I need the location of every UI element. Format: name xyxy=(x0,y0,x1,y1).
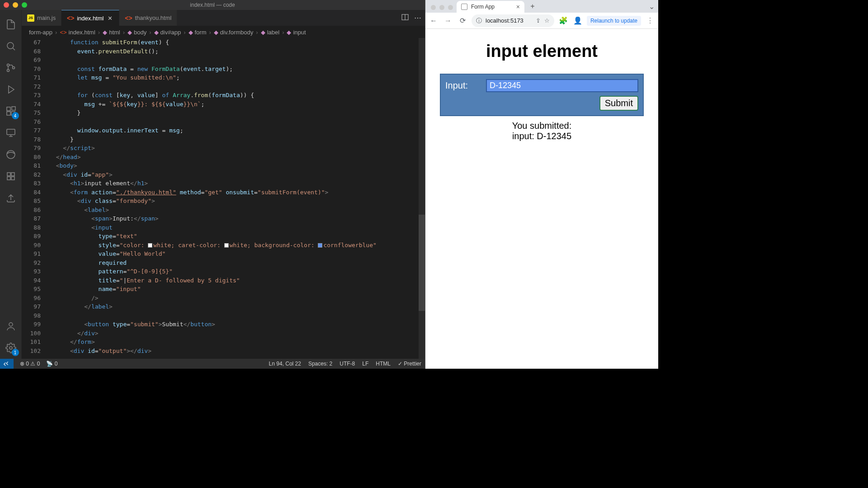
status-spaces[interactable]: Spaces: 2 xyxy=(308,361,332,367)
crumb[interactable]: ◆ div.formbody xyxy=(214,29,253,36)
forward-button[interactable]: → xyxy=(443,15,453,26)
editor-tabs: JS main.js <> index.html ✕ <> thankyou.h… xyxy=(22,10,425,26)
svg-rect-11 xyxy=(11,173,14,176)
favicon-icon xyxy=(461,4,467,10)
site-info-icon[interactable]: ⓘ xyxy=(476,17,482,25)
remote-indicator-icon[interactable] xyxy=(0,359,14,369)
browser-toolbar: ← → ⟳ ⓘ localhost:5173 ⇪ ☆ 🧩 👤 Relaunch … xyxy=(425,13,658,29)
input-label: Input: xyxy=(445,80,468,91)
close-tab-icon[interactable]: ✕ xyxy=(106,14,113,22)
output-text: You submitted: input: D-12345 xyxy=(440,121,644,141)
status-cursor[interactable]: Ln 94, Col 22 xyxy=(269,361,301,367)
svg-point-3 xyxy=(12,67,14,69)
window-title: index.html — code xyxy=(0,2,425,8)
remote-explorer-icon[interactable] xyxy=(0,122,22,144)
svg-rect-10 xyxy=(7,173,10,176)
svg-rect-7 xyxy=(12,107,15,110)
browser-window-controls xyxy=(431,5,453,10)
svg-point-0 xyxy=(7,42,14,49)
accounts-icon[interactable] xyxy=(0,315,22,337)
activity-bar: 4 1 xyxy=(0,10,22,359)
status-eol[interactable]: LF xyxy=(362,361,368,367)
page-content: input element Input: Submit You submitte… xyxy=(425,29,658,369)
reload-button[interactable]: ⟳ xyxy=(457,15,468,26)
code-editor[interactable]: 6768697071727374757677787980818283848586… xyxy=(22,38,425,359)
svg-point-9 xyxy=(7,150,15,159)
minimize-window-icon[interactable] xyxy=(439,5,444,10)
more-actions-icon[interactable]: ⋯ xyxy=(414,14,421,22)
titlebar: index.html — code xyxy=(0,0,425,10)
status-encoding[interactable]: UTF-8 xyxy=(340,361,355,367)
edge-tools-icon[interactable] xyxy=(0,144,22,165)
tab-label: main.js xyxy=(37,14,56,21)
svg-rect-4 xyxy=(7,107,10,111)
run-debug-icon[interactable] xyxy=(0,79,22,100)
address-bar[interactable]: ⓘ localhost:5173 ⇪ ☆ xyxy=(472,14,554,27)
crumb[interactable]: ◆ body xyxy=(127,29,146,36)
tab-index-html[interactable]: <> index.html ✕ xyxy=(61,10,119,26)
marketplace-icon[interactable] xyxy=(0,165,22,187)
crumb[interactable]: ◆ div#app xyxy=(154,29,181,36)
status-lang[interactable]: HTML xyxy=(376,361,391,367)
status-ports[interactable]: 📡 0 xyxy=(46,361,57,367)
tab-thankyou-html[interactable]: <> thankyou.html xyxy=(119,10,177,26)
page-heading: input element xyxy=(440,42,644,61)
explorer-icon[interactable] xyxy=(0,14,22,35)
tab-main-js[interactable]: JS main.js xyxy=(22,10,61,26)
svg-point-15 xyxy=(9,347,12,349)
menu-icon[interactable]: ⋮ xyxy=(645,15,656,26)
extensions-icon[interactable]: 4 xyxy=(0,100,22,122)
form-body: Input: Submit xyxy=(440,74,644,116)
extensions-badge: 4 xyxy=(12,112,19,119)
source-control-icon[interactable] xyxy=(0,57,22,79)
live-share-icon[interactable] xyxy=(0,187,22,209)
url-text: localhost:5173 xyxy=(486,17,532,24)
vscode-window: index.html — code 4 1 JS main.js xyxy=(0,0,425,369)
close-tab-icon[interactable]: × xyxy=(516,3,520,10)
crumb[interactable]: ◆ input xyxy=(287,29,306,36)
breadcrumbs[interactable]: form-app› <> index.html› ◆ html› ◆ body›… xyxy=(22,26,425,38)
code-content[interactable]: function submitForm(event) { event.preve… xyxy=(49,38,425,359)
share-icon[interactable]: ⇪ xyxy=(536,17,541,24)
settings-badge: 1 xyxy=(12,349,19,356)
crumb[interactable]: form-app xyxy=(29,29,52,36)
submit-button[interactable]: Submit xyxy=(599,96,638,111)
extensions-icon[interactable]: 🧩 xyxy=(558,15,569,26)
crumb[interactable]: ◆ form xyxy=(189,29,207,36)
tab-label: thankyou.html xyxy=(135,14,171,21)
crumb[interactable]: <> index.html xyxy=(60,29,95,36)
svg-rect-12 xyxy=(7,177,10,180)
search-icon[interactable] xyxy=(0,35,22,57)
svg-rect-5 xyxy=(7,112,10,115)
maximize-window-icon[interactable] xyxy=(448,5,453,10)
crumb[interactable]: ◆ html xyxy=(103,29,120,36)
chevron-down-icon[interactable]: ⌄ xyxy=(649,2,655,11)
minimap-scrollbar[interactable] xyxy=(419,38,425,359)
tab-label: index.html xyxy=(77,15,104,22)
browser-tab-title: Form App xyxy=(471,4,495,10)
line-numbers: 6768697071727374757677787980818283848586… xyxy=(22,38,49,359)
bookmark-icon[interactable]: ☆ xyxy=(544,17,550,24)
relaunch-button[interactable]: Relaunch to update xyxy=(587,16,641,26)
close-window-icon[interactable] xyxy=(431,5,436,10)
svg-point-1 xyxy=(7,64,9,66)
profile-icon[interactable]: 👤 xyxy=(572,15,583,26)
text-input[interactable] xyxy=(486,79,638,92)
crumb[interactable]: ◆ label xyxy=(261,29,279,36)
html-file-icon: <> xyxy=(67,14,74,22)
status-errors[interactable]: ⊗ 0 ⚠ 0 xyxy=(20,361,40,367)
browser-tab-strip: Form App × + ⌄ xyxy=(425,0,658,13)
back-button[interactable]: ← xyxy=(428,15,439,26)
split-editor-icon[interactable] xyxy=(401,14,409,23)
new-tab-button[interactable]: + xyxy=(527,1,538,12)
browser-tab[interactable]: Form App × xyxy=(457,1,524,13)
svg-rect-8 xyxy=(7,129,15,135)
status-formatter[interactable]: ✓ Prettier xyxy=(398,361,421,367)
js-file-icon: JS xyxy=(27,14,34,22)
html-file-icon: <> xyxy=(125,14,132,22)
svg-rect-13 xyxy=(11,177,14,180)
svg-point-14 xyxy=(9,323,13,326)
svg-point-2 xyxy=(7,70,9,72)
settings-gear-icon[interactable]: 1 xyxy=(0,337,22,359)
browser-window: Form App × + ⌄ ← → ⟳ ⓘ localhost:5173 ⇪ … xyxy=(425,0,658,369)
